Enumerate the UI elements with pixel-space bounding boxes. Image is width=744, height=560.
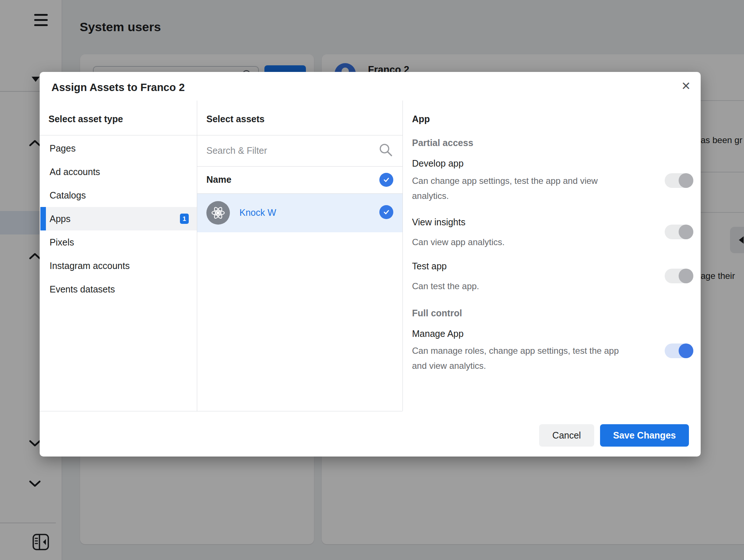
column-divider: [402, 101, 403, 411]
asset-type-instagram-accounts[interactable]: Instagram accounts: [40, 254, 197, 277]
check-icon: [382, 175, 391, 185]
test-app-label: Test app: [412, 261, 447, 272]
select-all-checkbox[interactable]: [379, 173, 393, 187]
asset-name: Knock W: [239, 207, 276, 218]
view-insights-desc: Can view app analytics.: [412, 234, 647, 250]
manage-app-desc: Can manage roles, change app settings, t…: [412, 343, 647, 373]
divider: [197, 166, 402, 167]
develop-app-label: Develop app: [412, 158, 463, 169]
test-app-desc: Can test the app.: [412, 279, 647, 294]
view-insights-toggle[interactable]: [665, 225, 693, 239]
asset-type-pixels[interactable]: Pixels: [40, 230, 197, 254]
name-column-header: Name: [206, 174, 231, 185]
modal-title: Assign Assets to Franco 2: [51, 81, 185, 94]
asset-type-catalogs[interactable]: Catalogs: [40, 183, 197, 207]
asset-type-label: Apps: [50, 214, 71, 224]
manage-app-label: Manage App: [412, 328, 463, 339]
close-icon[interactable]: ✕: [677, 77, 695, 95]
atom-app-icon: [206, 201, 230, 225]
full-control-header: Full control: [412, 308, 462, 319]
test-app-toggle[interactable]: [665, 269, 693, 283]
develop-app-desc: Can change app settings, test the app an…: [412, 173, 647, 203]
asset-type-list: Pages Ad accounts Catalogs Apps 1 Pixels…: [40, 137, 197, 301]
content-bottom-divider: [40, 411, 402, 411]
search-filter-input[interactable]: Search & Filter: [206, 145, 267, 156]
asset-type-column-header: Select asset type: [48, 114, 123, 124]
search-icon[interactable]: [378, 142, 394, 158]
partial-access-header: Partial access: [412, 138, 473, 148]
save-changes-button[interactable]: Save Changes: [600, 424, 689, 447]
asset-type-events-datasets[interactable]: Events datasets: [40, 277, 197, 301]
assign-assets-modal: Assign Assets to Franco 2 ✕ Select asset…: [40, 72, 701, 457]
asset-row-knock-w[interactable]: Knock W: [197, 194, 402, 232]
cancel-button[interactable]: Cancel: [539, 424, 594, 447]
asset-type-ad-accounts[interactable]: Ad accounts: [40, 160, 197, 183]
view-insights-label: View insights: [412, 217, 465, 228]
permissions-column-header: App: [412, 114, 430, 124]
header-divider: [40, 135, 402, 135]
asset-checkbox[interactable]: [379, 205, 393, 219]
count-badge: 1: [180, 214, 189, 224]
column-divider: [197, 101, 197, 411]
develop-app-toggle[interactable]: [665, 173, 693, 188]
assets-column-header: Select assets: [206, 114, 264, 124]
asset-type-pages[interactable]: Pages: [40, 137, 197, 160]
screen: System users Franco 2 as been gr: [0, 0, 744, 560]
manage-app-toggle[interactable]: [665, 343, 693, 358]
asset-type-apps[interactable]: Apps 1: [40, 207, 197, 230]
check-icon: [382, 207, 391, 217]
